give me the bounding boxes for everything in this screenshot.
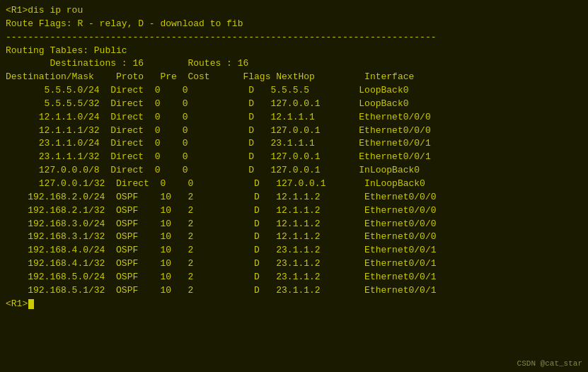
terminal-line: 192.168.4.0/24 OSPF 10 2 D 23.1.1.2 Ethe… [6,244,582,257]
terminal-output: <R1>dis ip rouRoute Flags: R - relay, D … [6,4,582,298]
terminal-line: 192.168.2.0/24 OSPF 10 2 D 12.1.1.2 Ethe… [6,191,582,204]
terminal-line: 12.1.1.1/32 Direct 0 0 D 127.0.0.1 Ether… [6,124,582,138]
terminal-line: 192.168.3.0/24 OSPF 10 2 D 12.1.1.2 Ethe… [6,218,582,231]
terminal-line: <R1>dis ip rou [6,4,582,18]
terminal-line: 5.5.5.5/32 Direct 0 0 D 127.0.0.1 LoopBa… [6,98,582,111]
terminal-line: 127.0.0.0/8 Direct 0 0 D 127.0.0.1 InLoo… [6,164,582,178]
terminal-line: Destinations : 16 Routes : 16 [6,57,582,71]
terminal-line: ----------------------------------------… [6,31,582,45]
terminal-line: Routing Tables: Public [6,45,582,58]
cursor [28,299,34,309]
terminal-line: 192.168.4.1/32 OSPF 10 2 D 23.1.1.2 Ethe… [6,257,582,271]
terminal-line: 192.168.5.0/24 OSPF 10 2 D 23.1.1.2 Ethe… [6,271,582,284]
terminal-line: 23.1.1.1/32 Direct 0 0 D 127.0.0.1 Ether… [6,151,582,164]
terminal-line: 23.1.1.0/24 Direct 0 0 D 23.1.1.1 Ethern… [6,137,582,151]
prompt-line[interactable]: <R1> [6,298,582,311]
terminal-line: 12.1.1.0/24 Direct 0 0 D 12.1.1.1 Ethern… [6,111,582,124]
terminal-line: 192.168.2.1/32 OSPF 10 2 D 12.1.1.2 Ethe… [6,204,582,218]
prompt-text: <R1> [6,298,28,311]
terminal-line: 192.168.3.1/32 OSPF 10 2 D 12.1.1.2 Ethe… [6,231,582,244]
terminal-line: Destination/Mask Proto Pre Cost Flags Ne… [6,71,582,84]
terminal-line: 192.168.5.1/32 OSPF 10 2 D 23.1.1.2 Ethe… [6,284,582,298]
watermark: CSDN @cat_star [517,359,582,368]
terminal: <R1>dis ip rouRoute Flags: R - relay, D … [0,0,588,372]
terminal-line: 127.0.0.1/32 Direct 0 0 D 127.0.0.1 InLo… [6,178,582,191]
terminal-line: Route Flags: R - relay, D - download to … [6,18,582,31]
terminal-line: 5.5.5.0/24 Direct 0 0 D 5.5.5.5 LoopBack… [6,84,582,98]
